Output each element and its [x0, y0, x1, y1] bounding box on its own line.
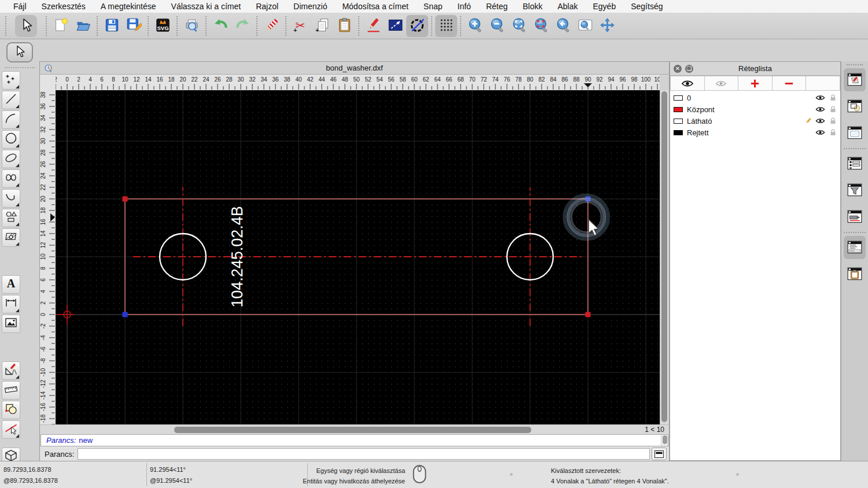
- ellipse-tool-button[interactable]: [2, 150, 20, 168]
- menu-inf-[interactable]: Infó: [450, 0, 479, 13]
- layer-row-k-zpont[interactable]: Központ: [670, 103, 840, 115]
- menu-r-teg[interactable]: Réteg: [479, 0, 515, 13]
- menu-seg-ts-g[interactable]: Segítség: [623, 0, 670, 13]
- selection-handle[interactable]: [586, 312, 591, 317]
- history-scrollbar-thumb[interactable]: [663, 435, 667, 444]
- paste-button[interactable]: [333, 15, 355, 37]
- selection-handle[interactable]: [123, 312, 128, 317]
- horizontal-scrollbar-thumb[interactable]: [174, 427, 531, 433]
- points-tool-button[interactable]: [2, 71, 20, 90]
- filter-dock-button[interactable]: [844, 179, 866, 202]
- library-browser-dock-button[interactable]: [844, 121, 866, 145]
- menu-v-lassza-ki-a-c-met[interactable]: Válassza ki a címet: [164, 0, 249, 13]
- toggle-all-visibility-button[interactable]: [670, 76, 705, 91]
- menu-dimenzi-[interactable]: Dimenzió: [286, 0, 334, 13]
- menu-snap[interactable]: Snap: [416, 0, 450, 13]
- undo-button[interactable]: [209, 15, 231, 37]
- command-input[interactable]: [78, 448, 650, 460]
- spline-tool-button[interactable]: [2, 169, 20, 188]
- menu-blokk[interactable]: Blokk: [515, 0, 550, 13]
- select-tool-button[interactable]: [6, 42, 33, 62]
- vertical-scrollbar[interactable]: [660, 90, 669, 424]
- menu-f-jl[interactable]: Fájl: [6, 0, 34, 13]
- zoom-in-button[interactable]: [464, 15, 486, 37]
- zoom-previous-button[interactable]: [552, 15, 574, 37]
- menu-egy-b[interactable]: Egyéb: [586, 0, 624, 13]
- layer-lock-icon[interactable]: [829, 117, 837, 125]
- save-as-button[interactable]: [123, 15, 145, 37]
- selection-box-button[interactable]: [384, 15, 406, 37]
- circle-line-button[interactable]: [406, 15, 428, 37]
- menu-m-dos-tsa-a-c-met[interactable]: Módosítsa a címet: [334, 0, 415, 13]
- layer-color-swatch[interactable]: [674, 95, 683, 101]
- palette-drag-handle[interactable]: [5, 67, 35, 68]
- command-widget-dock-button[interactable]: [844, 236, 866, 259]
- zoom-pan-button[interactable]: [596, 15, 618, 37]
- clipboard-widget-dock-button[interactable]: [844, 263, 866, 286]
- redo-button[interactable]: [231, 15, 253, 37]
- layer-visibility-eye-icon[interactable]: [815, 106, 825, 113]
- command-window-button[interactable]: [652, 448, 667, 460]
- layer-row-l-that-[interactable]: Látható: [670, 115, 840, 127]
- text-tool-button[interactable]: A: [2, 275, 20, 294]
- circle-tool-button[interactable]: [2, 130, 20, 149]
- part-number-label[interactable]: 104.245.02.4B: [229, 206, 246, 308]
- selection-handle[interactable]: [123, 197, 128, 202]
- layer-lock-icon[interactable]: [829, 105, 837, 113]
- select-entity-tool-button[interactable]: [2, 420, 20, 439]
- history-scrollbar[interactable]: [661, 435, 668, 446]
- modify-tool-button[interactable]: [2, 361, 20, 380]
- entity-list-dock-button[interactable]: [844, 152, 866, 175]
- layer-color-swatch[interactable]: [674, 130, 683, 135]
- pointer-button[interactable]: [15, 15, 37, 37]
- remove-layer-button[interactable]: [773, 76, 807, 91]
- vertical-scrollbar-thumb[interactable]: [661, 91, 667, 422]
- order-tool-button[interactable]: [2, 401, 20, 419]
- drawing-canvas[interactable]: 104.245.02.4B: [56, 90, 660, 424]
- zoom-select-button[interactable]: [530, 15, 552, 37]
- toolbar-handle[interactable]: [5, 16, 6, 36]
- toggle-others-visibility-button[interactable]: [705, 76, 739, 91]
- measure-tool-button[interactable]: [2, 381, 20, 400]
- polyline-tool-button[interactable]: [2, 189, 20, 208]
- print-preview-button[interactable]: [181, 15, 203, 37]
- delete-entity-button[interactable]: [260, 15, 282, 37]
- horizontal-scrollbar[interactable]: 1 < 10: [40, 424, 669, 434]
- line-tool-button[interactable]: [2, 91, 20, 109]
- layer-visibility-eye-icon[interactable]: [815, 94, 825, 101]
- zoom-window-button[interactable]: [574, 15, 596, 37]
- save-button[interactable]: [101, 15, 123, 37]
- layer-row-0[interactable]: 0: [670, 92, 840, 103]
- zoom-out-button[interactable]: [486, 15, 508, 37]
- canvas-svg[interactable]: 104.245.02.4B: [56, 90, 660, 424]
- svg-export-button[interactable]: SVG: [152, 15, 174, 37]
- layer-visibility-eye-icon[interactable]: [815, 117, 825, 124]
- menu-a-megtekint-se[interactable]: A megtekintése: [93, 0, 164, 13]
- open-file-button[interactable]: [72, 15, 94, 37]
- polygon-tool-button[interactable]: [2, 209, 20, 227]
- menu-szerkeszt-s[interactable]: Szerkesztés: [34, 0, 93, 13]
- grid-toggle-button[interactable]: [435, 15, 457, 37]
- menu-rajzol[interactable]: Rajzol: [248, 0, 286, 13]
- dock-drag-handle[interactable]: [847, 64, 863, 65]
- layer-color-swatch[interactable]: [674, 119, 683, 124]
- image-tool-button[interactable]: [2, 315, 20, 333]
- block-list-dock-button[interactable]: [844, 95, 866, 118]
- new-document-button[interactable]: [50, 15, 72, 37]
- cut-button[interactable]: ✂+: [289, 15, 311, 37]
- dimension-tool-button[interactable]: [2, 295, 20, 313]
- layer-lock-icon[interactable]: [829, 128, 837, 136]
- menu-ablak[interactable]: Ablak: [550, 0, 585, 13]
- hatch-tool-button[interactable]: [2, 228, 20, 247]
- draw-pen-button[interactable]: [362, 15, 384, 37]
- edit-layer-button[interactable]: [806, 76, 840, 91]
- add-layer-button[interactable]: [738, 76, 773, 91]
- zoom-auto-button[interactable]: [508, 15, 530, 37]
- layer-color-swatch[interactable]: [674, 107, 683, 112]
- copy-button[interactable]: +: [311, 15, 333, 37]
- layer-row-rejtett[interactable]: Rejtett: [670, 127, 840, 138]
- arc-tool-button[interactable]: [2, 110, 20, 129]
- layer-visibility-eye-icon[interactable]: [815, 129, 825, 136]
- layer-list-dock-button[interactable]: [844, 68, 866, 91]
- layer-lock-icon[interactable]: [829, 94, 837, 102]
